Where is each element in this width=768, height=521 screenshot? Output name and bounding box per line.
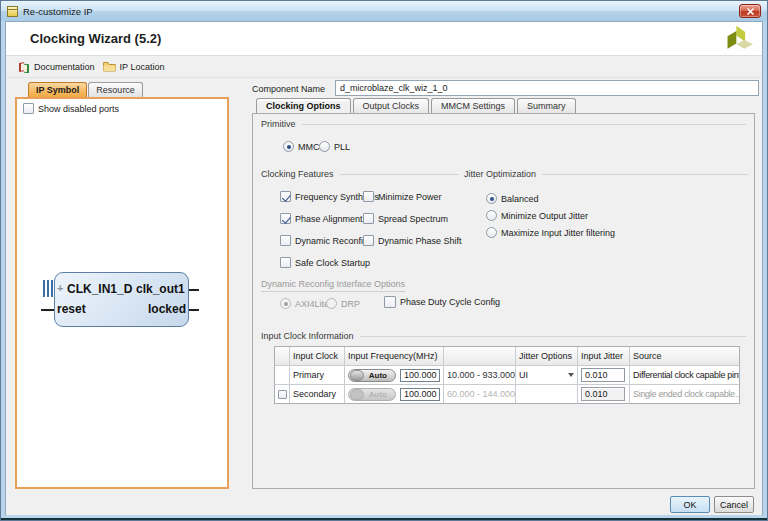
col-source: Source bbox=[630, 347, 739, 366]
jitter-balanced-option[interactable]: Balanced bbox=[486, 193, 539, 204]
ok-button[interactable]: OK bbox=[670, 496, 710, 513]
cancel-button[interactable]: Cancel bbox=[714, 496, 754, 513]
page-title: Clocking Wizard (5.2) bbox=[30, 22, 161, 56]
window-title: Re-customize IP bbox=[23, 6, 93, 17]
primitive-group-header: Primitive bbox=[261, 119, 746, 129]
folder-icon bbox=[103, 61, 116, 72]
show-disabled-ports-label: Show disabled ports bbox=[38, 104, 119, 114]
table-row-primary: Primary Auto 100.000 10.000 - 933.000 UI bbox=[275, 366, 739, 385]
window-icon bbox=[7, 6, 18, 17]
tab-output-clocks[interactable]: Output Clocks bbox=[353, 98, 430, 113]
feature-minimize-power[interactable]: Minimize Power bbox=[363, 191, 442, 202]
axi4lite-radio bbox=[280, 298, 291, 309]
feature-spread-spectrum[interactable]: Spread Spectrum bbox=[363, 213, 448, 224]
spread-spectrum-checkbox[interactable] bbox=[363, 213, 374, 224]
locked-stub-line bbox=[189, 309, 199, 311]
clocking-features-group-header: Clocking Features bbox=[261, 169, 459, 179]
show-disabled-ports-checkbox[interactable] bbox=[23, 103, 34, 114]
table-header-row: Input Clock Input Frequency(MHz) Jitter … bbox=[275, 347, 739, 366]
secondary-name-cell: Secondary bbox=[290, 385, 345, 403]
documentation-button[interactable]: Documentation bbox=[14, 58, 99, 76]
toggle-knob-icon bbox=[350, 370, 364, 381]
clocking-options-panel: Primitive MMCM PLL Clocking Features Fre… bbox=[252, 113, 755, 489]
primary-frequency-range: 10.000 - 933.000 bbox=[444, 366, 516, 385]
maximize-input-jitter-radio[interactable] bbox=[486, 227, 497, 238]
xilinx-logo-icon bbox=[724, 24, 754, 54]
clk-out1-stub-line bbox=[189, 289, 199, 291]
secondary-frequency-cell: Auto 100.000 bbox=[345, 385, 444, 403]
drp-radio bbox=[326, 298, 337, 309]
secondary-enable-checkbox[interactable] bbox=[278, 390, 287, 399]
primary-frequency-input[interactable]: 100.000 bbox=[400, 369, 440, 382]
feature-dynamic-phase-shift[interactable]: Dynamic Phase Shift bbox=[363, 235, 462, 246]
primary-jitter-options-dropdown[interactable]: UI bbox=[516, 366, 578, 385]
window-bottom-edge bbox=[1, 518, 767, 520]
col-input-clock: Input Clock bbox=[290, 347, 345, 366]
tab-summary[interactable]: Summary bbox=[517, 98, 576, 113]
pll-radio[interactable] bbox=[319, 141, 330, 152]
pll-label: PLL bbox=[334, 142, 350, 152]
secondary-frequency-input[interactable]: 100.000 bbox=[400, 388, 440, 401]
minimize-power-checkbox[interactable] bbox=[363, 191, 374, 202]
tab-resource[interactable]: Resource bbox=[88, 82, 143, 97]
phase-alignment-checkbox[interactable] bbox=[280, 213, 291, 224]
jitter-optimization-group-header: Jitter Optimization bbox=[464, 169, 748, 179]
diff-clock-pins-icon bbox=[43, 280, 53, 297]
primary-input-jitter-input[interactable]: 0.010 bbox=[581, 368, 625, 382]
right-tabbar: Clocking Options Output Clocks MMCM Sett… bbox=[256, 98, 578, 113]
tab-clocking-options[interactable]: Clocking Options bbox=[256, 98, 351, 113]
col-input-jitter: Input Jitter bbox=[578, 347, 630, 366]
port-clk-out1: clk_out1 bbox=[136, 282, 185, 296]
port-locked: locked bbox=[148, 302, 186, 316]
ip-location-button[interactable]: IP Location bbox=[99, 58, 169, 76]
dropdown-arrow-icon bbox=[568, 373, 574, 377]
secondary-auto-toggle: Auto bbox=[348, 388, 396, 401]
safe-clock-startup-checkbox[interactable] bbox=[280, 257, 291, 268]
close-button[interactable] bbox=[739, 4, 761, 18]
primary-source-dropdown[interactable]: Differential clock capable pin bbox=[630, 366, 739, 385]
expand-plus-icon[interactable]: + bbox=[57, 284, 66, 293]
port-reset: reset bbox=[57, 302, 86, 316]
dynamic-reconfig-checkbox[interactable] bbox=[280, 235, 291, 246]
secondary-enable-cell bbox=[275, 385, 290, 403]
secondary-frequency-range: 60.000 - 144.000 bbox=[444, 385, 516, 403]
documentation-label: Documentation bbox=[34, 62, 95, 72]
documentation-book-icon bbox=[18, 61, 30, 73]
primitive-pll-option[interactable]: PLL bbox=[319, 141, 350, 152]
phase-duty-cycle-checkbox[interactable] bbox=[384, 296, 396, 308]
minimize-output-jitter-radio[interactable] bbox=[486, 210, 497, 221]
feature-dynamic-reconfig[interactable]: Dynamic Reconfig bbox=[280, 235, 368, 246]
input-clock-table: Input Clock Input Frequency(MHz) Jitter … bbox=[274, 346, 740, 404]
dynamic-reconfig-group-header: Dynamic Reconfig Interface Options bbox=[261, 279, 405, 292]
toggle-knob-icon bbox=[350, 389, 364, 400]
primary-frequency-cell: Auto 100.000 bbox=[345, 366, 444, 385]
left-tabbar: IP Symbol Resource bbox=[28, 82, 144, 97]
primary-input-jitter-cell: 0.010 bbox=[578, 366, 630, 385]
tab-mmcm-settings[interactable]: MMCM Settings bbox=[431, 98, 515, 113]
jitter-minimize-output-option[interactable]: Minimize Output Jitter bbox=[486, 210, 588, 221]
feature-safe-clock-startup[interactable]: Safe Clock Startup bbox=[280, 257, 370, 268]
component-name-input[interactable]: d_microblaze_clk_wiz_1_0 bbox=[335, 80, 759, 96]
secondary-jitter-options-cell bbox=[516, 385, 578, 403]
tab-ip-symbol[interactable]: IP Symbol bbox=[28, 82, 87, 97]
secondary-input-jitter-input[interactable]: 0.010 bbox=[581, 387, 625, 401]
ip-symbol-panel: Show disabled ports + CLK_IN1_D reset cl… bbox=[15, 97, 229, 489]
toolbar: Documentation IP Location bbox=[6, 56, 762, 78]
titlebar[interactable]: Re-customize IP bbox=[1, 1, 767, 21]
dropdown-arrow-icon bbox=[738, 373, 739, 377]
dynamic-phase-shift-checkbox[interactable] bbox=[363, 235, 374, 246]
balanced-radio[interactable] bbox=[486, 193, 497, 204]
header-band: Clocking Wizard (5.2) bbox=[6, 22, 762, 56]
mmcm-radio[interactable] bbox=[283, 141, 294, 152]
frequency-synthesis-checkbox[interactable] bbox=[280, 191, 291, 202]
feature-phase-alignment[interactable]: Phase Alignment bbox=[280, 213, 363, 224]
jitter-maximize-input-option[interactable]: Maximize Input Jitter filtering bbox=[486, 227, 615, 238]
secondary-input-jitter-cell: 0.010 bbox=[578, 385, 630, 403]
secondary-source-dropdown: Single ended clock capable... bbox=[630, 385, 739, 403]
recustomize-ip-dialog: Re-customize IP Clocking Wizard (5.2) bbox=[0, 0, 768, 521]
ip-symbol-block bbox=[54, 272, 189, 327]
show-disabled-ports-option[interactable]: Show disabled ports bbox=[23, 103, 119, 114]
phase-duty-cycle-option[interactable]: Phase Duty Cycle Config bbox=[384, 296, 500, 308]
port-clk-in1-d: CLK_IN1_D bbox=[67, 282, 132, 296]
primary-auto-toggle[interactable]: Auto bbox=[348, 369, 396, 382]
